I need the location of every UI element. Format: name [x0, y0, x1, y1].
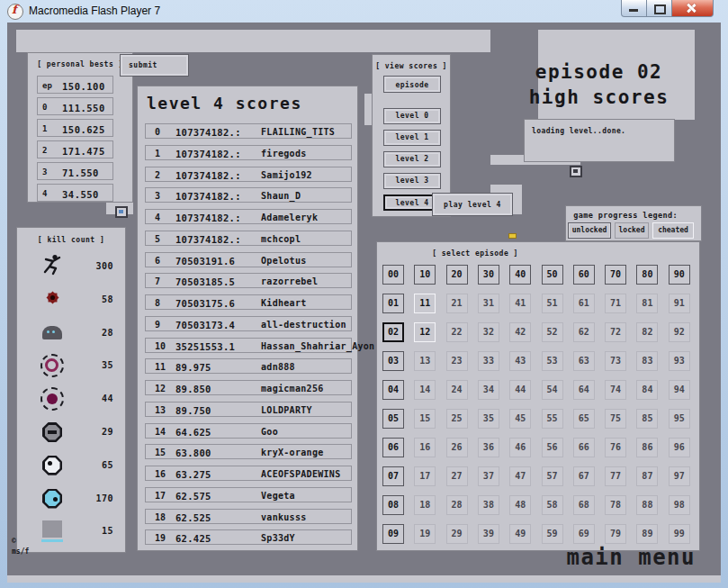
close-button[interactable]: [672, 0, 714, 17]
episode-cell-55[interactable]: 55: [542, 409, 563, 429]
episode-cell-76[interactable]: 76: [605, 438, 626, 457]
episode-cell-32[interactable]: 32: [478, 322, 499, 342]
episode-cell-46[interactable]: 46: [509, 438, 531, 457]
episode-cell-53[interactable]: 53: [542, 351, 563, 371]
maximize-button[interactable]: [647, 0, 672, 17]
episode-cell-50[interactable]: 50: [542, 265, 563, 285]
episode-cell-97[interactable]: 97: [669, 466, 690, 486]
episode-cell-95[interactable]: 95: [669, 409, 690, 429]
episode-cell-83[interactable]: 83: [636, 351, 658, 371]
level-scores-button-3[interactable]: level 3: [383, 173, 441, 189]
episode-cell-19[interactable]: 19: [414, 524, 436, 544]
submit-button[interactable]: submit: [120, 54, 189, 77]
episode-cell-67[interactable]: 67: [573, 466, 595, 486]
episode-cell-12[interactable]: 12: [414, 322, 436, 342]
episode-cell-39[interactable]: 39: [478, 524, 499, 544]
episode-cell-69[interactable]: 69: [573, 524, 595, 544]
episode-cell-28[interactable]: 28: [446, 495, 468, 515]
episode-cell-49[interactable]: 49: [509, 524, 531, 544]
episode-cell-78[interactable]: 78: [605, 495, 626, 515]
episode-cell-33[interactable]: 33: [478, 351, 499, 371]
episode-cell-36[interactable]: 36: [478, 438, 499, 457]
episode-cell-42[interactable]: 42: [509, 322, 531, 342]
episode-cell-48[interactable]: 48: [509, 495, 531, 515]
episode-cell-62[interactable]: 62: [573, 322, 595, 342]
episode-cell-52[interactable]: 52: [542, 322, 563, 342]
episode-cell-75[interactable]: 75: [605, 409, 626, 429]
episode-cell-59[interactable]: 59: [542, 524, 563, 544]
episode-cell-79[interactable]: 79: [605, 524, 626, 544]
minimize-button[interactable]: [621, 0, 647, 17]
episode-cell-11[interactable]: 11: [414, 294, 436, 313]
episode-cell-80[interactable]: 80: [636, 265, 658, 285]
episode-cell-82[interactable]: 82: [636, 322, 658, 342]
episode-cell-13[interactable]: 13: [414, 351, 436, 371]
episode-cell-45[interactable]: 45: [509, 409, 531, 429]
episode-cell-03[interactable]: 03: [382, 351, 404, 371]
episode-cell-90[interactable]: 90: [669, 265, 690, 285]
episode-cell-56[interactable]: 56: [542, 438, 563, 457]
episode-cell-64[interactable]: 64: [573, 380, 595, 400]
episode-cell-99[interactable]: 99: [669, 524, 690, 544]
episode-cell-40[interactable]: 40: [509, 265, 531, 285]
episode-cell-88[interactable]: 88: [636, 495, 658, 515]
episode-cell-26[interactable]: 26: [446, 438, 468, 457]
episode-cell-85[interactable]: 85: [636, 409, 658, 429]
episode-cell-30[interactable]: 30: [478, 265, 499, 285]
episode-cell-00[interactable]: 00: [382, 265, 404, 285]
main-menu-button[interactable]: main menu: [566, 545, 696, 570]
episode-cell-07[interactable]: 07: [382, 466, 404, 486]
episode-cell-34[interactable]: 34: [478, 380, 499, 400]
episode-cell-23[interactable]: 23: [446, 351, 468, 371]
episode-cell-70[interactable]: 70: [605, 265, 626, 285]
episode-cell-98[interactable]: 98: [669, 495, 690, 515]
episode-cell-72[interactable]: 72: [605, 322, 626, 342]
episode-cell-15[interactable]: 15: [414, 409, 436, 429]
episode-cell-91[interactable]: 91: [669, 294, 690, 313]
episode-cell-09[interactable]: 09: [382, 524, 404, 544]
episode-cell-86[interactable]: 86: [636, 438, 658, 457]
episode-cell-92[interactable]: 92: [669, 322, 690, 342]
episode-cell-31[interactable]: 31: [478, 294, 499, 313]
level-scores-button-0[interactable]: level 0: [383, 108, 441, 124]
episode-cell-63[interactable]: 63: [573, 351, 595, 371]
episode-cell-61[interactable]: 61: [573, 294, 595, 313]
episode-cell-14[interactable]: 14: [414, 380, 436, 400]
episode-cell-81[interactable]: 81: [636, 294, 658, 313]
episode-cell-54[interactable]: 54: [542, 380, 563, 400]
episode-cell-38[interactable]: 38: [478, 495, 499, 515]
episode-cell-04[interactable]: 04: [382, 380, 404, 400]
episode-cell-05[interactable]: 05: [382, 409, 404, 429]
episode-cell-41[interactable]: 41: [509, 294, 531, 313]
episode-cell-22[interactable]: 22: [446, 322, 468, 342]
episode-cell-65[interactable]: 65: [573, 409, 595, 429]
episode-cell-60[interactable]: 60: [573, 265, 595, 285]
episode-cell-68[interactable]: 68: [573, 495, 595, 515]
episode-cell-57[interactable]: 57: [542, 466, 563, 486]
episode-cell-77[interactable]: 77: [605, 466, 626, 486]
episode-cell-66[interactable]: 66: [573, 438, 595, 457]
level-scores-button-2[interactable]: level 2: [383, 151, 441, 167]
episode-cell-43[interactable]: 43: [509, 351, 531, 371]
episode-cell-37[interactable]: 37: [478, 466, 499, 486]
episode-cell-24[interactable]: 24: [446, 380, 468, 400]
episode-cell-93[interactable]: 93: [669, 351, 690, 371]
play-level-button[interactable]: play level 4: [432, 193, 513, 216]
episode-cell-94[interactable]: 94: [669, 380, 690, 400]
episode-cell-16[interactable]: 16: [414, 438, 436, 457]
episode-cell-29[interactable]: 29: [446, 524, 468, 544]
episode-cell-84[interactable]: 84: [636, 380, 658, 400]
episode-cell-18[interactable]: 18: [414, 495, 436, 515]
episode-cell-96[interactable]: 96: [669, 438, 690, 457]
episode-cell-58[interactable]: 58: [542, 495, 563, 515]
episode-cell-35[interactable]: 35: [478, 409, 499, 429]
episode-cell-21[interactable]: 21: [446, 294, 468, 313]
episode-cell-74[interactable]: 74: [605, 380, 626, 400]
episode-cell-17[interactable]: 17: [414, 466, 436, 486]
episode-cell-06[interactable]: 06: [382, 438, 404, 457]
level-scores-button-1[interactable]: level 1: [383, 130, 441, 146]
episode-cell-47[interactable]: 47: [509, 466, 531, 486]
episode-cell-87[interactable]: 87: [636, 466, 658, 486]
episode-cell-71[interactable]: 71: [605, 294, 626, 313]
episode-cell-08[interactable]: 08: [382, 495, 404, 515]
